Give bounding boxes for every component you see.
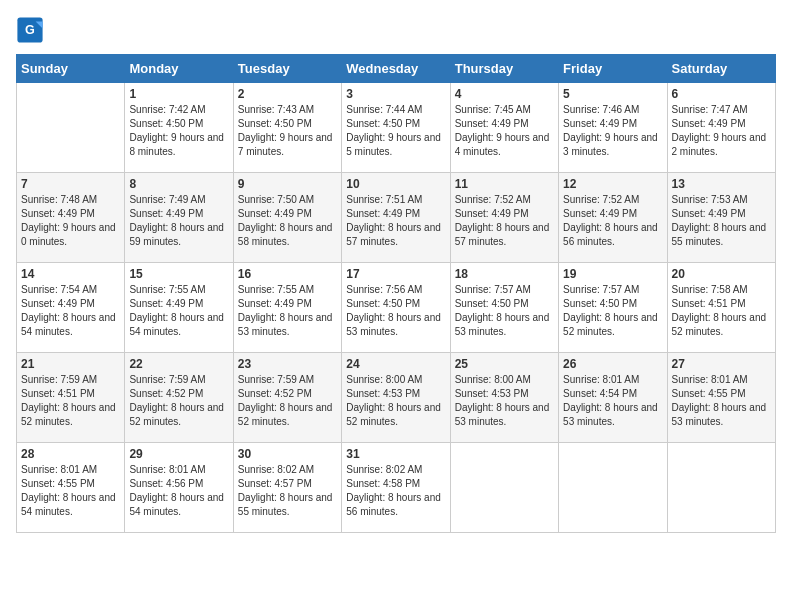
calendar-cell: 16Sunrise: 7:55 AM Sunset: 4:49 PM Dayli…	[233, 263, 341, 353]
calendar-cell: 19Sunrise: 7:57 AM Sunset: 4:50 PM Dayli…	[559, 263, 667, 353]
week-row-1: 7Sunrise: 7:48 AM Sunset: 4:49 PM Daylig…	[17, 173, 776, 263]
cell-info: Sunrise: 8:02 AM Sunset: 4:58 PM Dayligh…	[346, 463, 445, 519]
week-row-2: 14Sunrise: 7:54 AM Sunset: 4:49 PM Dayli…	[17, 263, 776, 353]
week-row-0: 1Sunrise: 7:42 AM Sunset: 4:50 PM Daylig…	[17, 83, 776, 173]
calendar-cell: 3Sunrise: 7:44 AM Sunset: 4:50 PM Daylig…	[342, 83, 450, 173]
day-number: 23	[238, 357, 337, 371]
calendar-cell	[559, 443, 667, 533]
calendar-cell: 15Sunrise: 7:55 AM Sunset: 4:49 PM Dayli…	[125, 263, 233, 353]
day-number: 25	[455, 357, 554, 371]
cell-info: Sunrise: 7:55 AM Sunset: 4:49 PM Dayligh…	[129, 283, 228, 339]
cell-info: Sunrise: 7:47 AM Sunset: 4:49 PM Dayligh…	[672, 103, 771, 159]
day-number: 20	[672, 267, 771, 281]
day-number: 28	[21, 447, 120, 461]
cell-info: Sunrise: 8:01 AM Sunset: 4:55 PM Dayligh…	[21, 463, 120, 519]
calendar-cell: 23Sunrise: 7:59 AM Sunset: 4:52 PM Dayli…	[233, 353, 341, 443]
day-number: 15	[129, 267, 228, 281]
calendar-cell: 28Sunrise: 8:01 AM Sunset: 4:55 PM Dayli…	[17, 443, 125, 533]
calendar-cell: 6Sunrise: 7:47 AM Sunset: 4:49 PM Daylig…	[667, 83, 775, 173]
calendar-cell: 10Sunrise: 7:51 AM Sunset: 4:49 PM Dayli…	[342, 173, 450, 263]
calendar-cell: 20Sunrise: 7:58 AM Sunset: 4:51 PM Dayli…	[667, 263, 775, 353]
day-number: 14	[21, 267, 120, 281]
calendar-cell: 11Sunrise: 7:52 AM Sunset: 4:49 PM Dayli…	[450, 173, 558, 263]
day-number: 6	[672, 87, 771, 101]
day-number: 31	[346, 447, 445, 461]
day-number: 9	[238, 177, 337, 191]
day-number: 26	[563, 357, 662, 371]
calendar-cell: 25Sunrise: 8:00 AM Sunset: 4:53 PM Dayli…	[450, 353, 558, 443]
calendar-table: SundayMondayTuesdayWednesdayThursdayFrid…	[16, 54, 776, 533]
cell-info: Sunrise: 7:52 AM Sunset: 4:49 PM Dayligh…	[455, 193, 554, 249]
day-number: 24	[346, 357, 445, 371]
calendar-cell: 17Sunrise: 7:56 AM Sunset: 4:50 PM Dayli…	[342, 263, 450, 353]
week-row-4: 28Sunrise: 8:01 AM Sunset: 4:55 PM Dayli…	[17, 443, 776, 533]
cell-info: Sunrise: 7:49 AM Sunset: 4:49 PM Dayligh…	[129, 193, 228, 249]
day-number: 10	[346, 177, 445, 191]
calendar-cell: 9Sunrise: 7:50 AM Sunset: 4:49 PM Daylig…	[233, 173, 341, 263]
calendar-cell	[450, 443, 558, 533]
calendar-cell: 21Sunrise: 7:59 AM Sunset: 4:51 PM Dayli…	[17, 353, 125, 443]
calendar-cell: 24Sunrise: 8:00 AM Sunset: 4:53 PM Dayli…	[342, 353, 450, 443]
header-cell-thursday: Thursday	[450, 55, 558, 83]
day-number: 29	[129, 447, 228, 461]
day-number: 21	[21, 357, 120, 371]
cell-info: Sunrise: 7:46 AM Sunset: 4:49 PM Dayligh…	[563, 103, 662, 159]
svg-text:G: G	[25, 23, 35, 37]
day-number: 7	[21, 177, 120, 191]
calendar-cell	[17, 83, 125, 173]
day-number: 5	[563, 87, 662, 101]
calendar-cell: 5Sunrise: 7:46 AM Sunset: 4:49 PM Daylig…	[559, 83, 667, 173]
day-number: 22	[129, 357, 228, 371]
cell-info: Sunrise: 7:57 AM Sunset: 4:50 PM Dayligh…	[455, 283, 554, 339]
calendar-cell: 4Sunrise: 7:45 AM Sunset: 4:49 PM Daylig…	[450, 83, 558, 173]
logo-icon: G	[16, 16, 44, 44]
cell-info: Sunrise: 8:02 AM Sunset: 4:57 PM Dayligh…	[238, 463, 337, 519]
day-number: 1	[129, 87, 228, 101]
day-number: 8	[129, 177, 228, 191]
calendar-cell: 26Sunrise: 8:01 AM Sunset: 4:54 PM Dayli…	[559, 353, 667, 443]
calendar-cell: 14Sunrise: 7:54 AM Sunset: 4:49 PM Dayli…	[17, 263, 125, 353]
day-number: 4	[455, 87, 554, 101]
cell-info: Sunrise: 7:43 AM Sunset: 4:50 PM Dayligh…	[238, 103, 337, 159]
day-number: 3	[346, 87, 445, 101]
calendar-cell: 7Sunrise: 7:48 AM Sunset: 4:49 PM Daylig…	[17, 173, 125, 263]
calendar-cell: 18Sunrise: 7:57 AM Sunset: 4:50 PM Dayli…	[450, 263, 558, 353]
calendar-cell: 8Sunrise: 7:49 AM Sunset: 4:49 PM Daylig…	[125, 173, 233, 263]
calendar-cell: 2Sunrise: 7:43 AM Sunset: 4:50 PM Daylig…	[233, 83, 341, 173]
cell-info: Sunrise: 7:57 AM Sunset: 4:50 PM Dayligh…	[563, 283, 662, 339]
calendar-cell	[667, 443, 775, 533]
cell-info: Sunrise: 7:53 AM Sunset: 4:49 PM Dayligh…	[672, 193, 771, 249]
day-number: 30	[238, 447, 337, 461]
calendar-cell: 29Sunrise: 8:01 AM Sunset: 4:56 PM Dayli…	[125, 443, 233, 533]
cell-info: Sunrise: 7:56 AM Sunset: 4:50 PM Dayligh…	[346, 283, 445, 339]
week-row-3: 21Sunrise: 7:59 AM Sunset: 4:51 PM Dayli…	[17, 353, 776, 443]
cell-info: Sunrise: 7:50 AM Sunset: 4:49 PM Dayligh…	[238, 193, 337, 249]
header-cell-sunday: Sunday	[17, 55, 125, 83]
calendar-header-row: SundayMondayTuesdayWednesdayThursdayFrid…	[17, 55, 776, 83]
cell-info: Sunrise: 8:00 AM Sunset: 4:53 PM Dayligh…	[346, 373, 445, 429]
cell-info: Sunrise: 7:54 AM Sunset: 4:49 PM Dayligh…	[21, 283, 120, 339]
header-cell-monday: Monday	[125, 55, 233, 83]
cell-info: Sunrise: 7:51 AM Sunset: 4:49 PM Dayligh…	[346, 193, 445, 249]
cell-info: Sunrise: 7:58 AM Sunset: 4:51 PM Dayligh…	[672, 283, 771, 339]
cell-info: Sunrise: 7:59 AM Sunset: 4:52 PM Dayligh…	[238, 373, 337, 429]
cell-info: Sunrise: 7:55 AM Sunset: 4:49 PM Dayligh…	[238, 283, 337, 339]
day-number: 11	[455, 177, 554, 191]
day-number: 18	[455, 267, 554, 281]
day-number: 13	[672, 177, 771, 191]
cell-info: Sunrise: 8:01 AM Sunset: 4:54 PM Dayligh…	[563, 373, 662, 429]
calendar-cell: 12Sunrise: 7:52 AM Sunset: 4:49 PM Dayli…	[559, 173, 667, 263]
calendar-cell: 13Sunrise: 7:53 AM Sunset: 4:49 PM Dayli…	[667, 173, 775, 263]
day-number: 16	[238, 267, 337, 281]
cell-info: Sunrise: 8:01 AM Sunset: 4:55 PM Dayligh…	[672, 373, 771, 429]
day-number: 19	[563, 267, 662, 281]
cell-info: Sunrise: 8:00 AM Sunset: 4:53 PM Dayligh…	[455, 373, 554, 429]
header-cell-saturday: Saturday	[667, 55, 775, 83]
calendar-cell: 27Sunrise: 8:01 AM Sunset: 4:55 PM Dayli…	[667, 353, 775, 443]
logo: G	[16, 16, 48, 44]
cell-info: Sunrise: 7:59 AM Sunset: 4:51 PM Dayligh…	[21, 373, 120, 429]
header-cell-friday: Friday	[559, 55, 667, 83]
calendar-cell: 30Sunrise: 8:02 AM Sunset: 4:57 PM Dayli…	[233, 443, 341, 533]
day-number: 12	[563, 177, 662, 191]
header-cell-tuesday: Tuesday	[233, 55, 341, 83]
